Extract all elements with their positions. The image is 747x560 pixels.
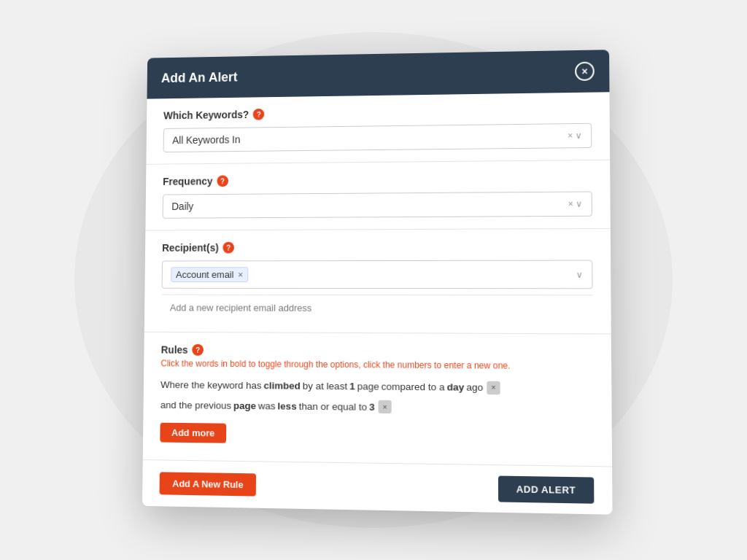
modal-title: Add An Alert [161,69,238,85]
add-alert-button[interactable]: ADD ALERT [498,476,595,504]
add-rule-button[interactable]: Add A New Rule [160,472,257,496]
modal-dialog: Add An Alert × Which Keywords? ? All Key… [142,50,612,515]
frequency-help-icon[interactable]: ? [217,175,228,187]
account-email-tag: Account email × [171,267,248,282]
rule1-pre: Where the keyword has [160,377,262,394]
rules-help-icon[interactable]: ? [192,344,204,356]
recipients-control[interactable]: Account email × ∨ [162,260,593,289]
recipients-chevron: ∨ [576,269,583,279]
frequency-arrows: × ∨ [568,198,583,209]
rule1-day[interactable]: day [447,379,465,395]
rule2-pre: and the previous [160,397,231,413]
rule2-less[interactable]: less [278,398,297,414]
modal-footer: Add A New Rule ADD ALERT [142,459,612,515]
keywords-label: Which Keywords? ? [163,104,592,122]
frequency-select[interactable]: Daily × ∨ [163,191,592,218]
rule-line-2: and the previous page was less than or e… [160,397,594,417]
frequency-label: Frequency ? [163,172,592,187]
modal-body: Which Keywords? ? All Keywords In × ∨ Fr… [143,92,612,466]
recipients-section: Recipient(s) ? Account email × ∨ [144,229,611,335]
rules-label: Rules ? [161,344,594,358]
close-button[interactable]: × [575,61,595,80]
tag-label: Account email [176,269,233,280]
rule1-mid3: compared to a [382,378,445,395]
add-more-button[interactable]: Add more [160,423,226,443]
rule1-climbed[interactable]: climbed [263,378,300,394]
recipients-label: Recipient(s) ? [162,241,592,254]
keywords-select[interactable]: All Keywords In × ∨ [163,123,592,152]
recipient-email-input[interactable] [161,295,593,322]
rule2-end: than or equal to [299,398,368,415]
frequency-section: Frequency ? Daily × ∨ [145,160,610,231]
frequency-value: Daily [171,201,193,212]
rule1-mid1: by at least [303,378,347,394]
recipients-tags: Account email × [171,267,248,282]
rule2-num[interactable]: 3 [369,399,375,415]
keywords-value: All Keywords In [172,133,240,146]
rule2-page[interactable]: page [233,397,256,413]
rules-hint: Click the words in bold to toggle throug… [160,358,593,371]
keywords-section: Which Keywords? ? All Keywords In × ∨ [146,92,610,165]
rule2-dismiss[interactable]: × [379,400,392,413]
keywords-help-icon[interactable]: ? [253,109,265,120]
rule1-end: ago [466,379,483,395]
rule1-mid2: page [357,378,379,394]
modal-header: Add An Alert × [147,50,609,98]
rule-line-1: Where the keyword has climbed by at leas… [160,377,593,397]
recipients-help-icon[interactable]: ? [222,242,234,254]
rules-section: Rules ? Click the words in bold to toggl… [143,332,612,467]
tag-remove-button[interactable]: × [238,270,243,280]
rule2-mid: was [258,398,276,414]
keywords-arrows: × ∨ [568,131,582,141]
rule1-num1[interactable]: 1 [349,378,355,394]
rule1-dismiss[interactable]: × [487,381,500,394]
